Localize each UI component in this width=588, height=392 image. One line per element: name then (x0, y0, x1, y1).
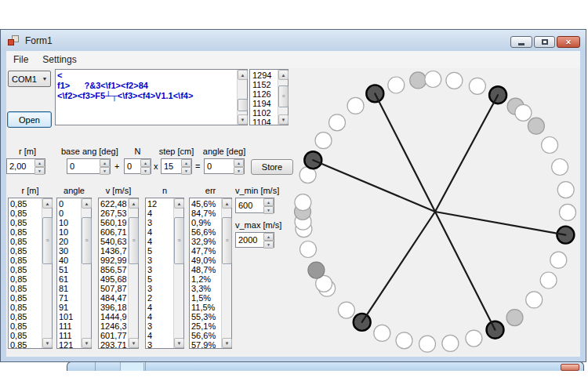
up-arrow-icon[interactable]: ▲ (263, 198, 274, 206)
scroll-down-icon[interactable]: ▼ (174, 338, 184, 348)
list-item[interactable]: 25,1% (191, 321, 221, 331)
down-arrow-icon[interactable]: ▼ (181, 167, 191, 175)
list-item[interactable]: 3,3% (191, 284, 221, 293)
list-item[interactable]: 32,9% (191, 237, 221, 246)
scroll-up-icon[interactable]: ▲ (42, 198, 53, 209)
list-item[interactable]: 56,6% (191, 331, 221, 340)
list-item[interactable]: 601,77 (100, 331, 128, 340)
listbox-angle-scrollbar[interactable]: ▲ ≡ ▼ (81, 198, 91, 348)
list-item[interactable]: 4 (147, 331, 173, 340)
scroll-down-icon[interactable]: ▼ (238, 114, 248, 125)
list-item[interactable]: 1152 (252, 80, 278, 89)
list-item[interactable]: 121 (59, 340, 81, 348)
list-item[interactable]: 0 (59, 199, 81, 209)
list-item[interactable]: 47,7% (191, 246, 221, 256)
scroll-up-icon[interactable]: ▲ (238, 70, 248, 80)
list-item[interactable]: 1126 (252, 89, 278, 99)
menu-settings[interactable]: Settings (35, 54, 83, 65)
r-value[interactable]: 2,00 (7, 159, 34, 173)
list-item[interactable]: 91 (59, 303, 81, 312)
base-ang-value[interactable]: 0 (67, 159, 100, 173)
list-item[interactable]: 1194 (252, 99, 278, 108)
list-item[interactable]: 51 (59, 265, 81, 274)
list-item[interactable]: 1104 (252, 118, 278, 125)
down-arrow-icon[interactable]: ▼ (234, 167, 244, 175)
list-item[interactable]: 0 (59, 209, 81, 218)
list-item[interactable]: 111 (59, 321, 81, 331)
up-arrow-icon[interactable]: ▲ (263, 233, 274, 241)
list-item[interactable]: 5 (147, 246, 173, 256)
list-item[interactable]: 0,85 (10, 303, 42, 312)
titlebar[interactable]: Form1 ✕ (1, 30, 586, 51)
list-item[interactable]: 267,53 (100, 209, 128, 218)
open-button[interactable]: Open (7, 111, 52, 128)
list-item[interactable]: 4 (147, 237, 173, 246)
list-item[interactable]: 1,2% (191, 274, 221, 284)
list-item[interactable]: 5 (147, 274, 173, 284)
r-stepper[interactable]: 2,00 ▲▼ (6, 158, 45, 174)
counts-listbox[interactable]: 129411521126119411021104 ▲ ≡ ▼ (249, 69, 289, 125)
scroll-thumb[interactable]: ≡ (42, 217, 53, 264)
scroll-thumb[interactable] (238, 99, 248, 111)
list-item[interactable]: 622,48 (100, 199, 128, 209)
up-arrow-icon[interactable]: ▲ (34, 159, 45, 167)
listbox-r-scrollbar[interactable]: ▲ ≡ ▼ (42, 198, 52, 348)
step-stepper[interactable]: 15 ▲▼ (161, 158, 192, 174)
listbox-r[interactable]: 0,850,850,850,850,850,850,850,850,850,85… (8, 198, 53, 349)
up-arrow-icon[interactable]: ▲ (234, 159, 244, 167)
down-arrow-icon[interactable]: ▼ (100, 167, 110, 175)
scroll-thumb[interactable]: ≡ (222, 217, 232, 264)
scroll-down-icon[interactable]: ▼ (42, 338, 53, 348)
up-arrow-icon[interactable]: ▲ (100, 159, 110, 167)
list-item[interactable]: 1246,3 (100, 321, 128, 331)
counts-scrollbar[interactable]: ▲ ≡ ▼ (278, 70, 288, 125)
scroll-down-icon[interactable]: ▼ (222, 338, 232, 348)
list-item[interactable]: 10 (59, 227, 81, 237)
scroll-up-icon[interactable]: ▲ (278, 70, 289, 80)
down-arrow-icon[interactable]: ▼ (140, 167, 151, 175)
list-item[interactable]: 0,85 (10, 340, 42, 348)
list-item[interactable]: 0,85 (10, 218, 42, 227)
listbox-err-scrollbar[interactable]: ▲ ≡ ▼ (221, 198, 231, 348)
list-item[interactable]: 495,68 (100, 274, 128, 284)
listbox-v-scrollbar[interactable]: ▲ ≡ ▼ (128, 198, 138, 348)
scroll-thumb[interactable]: ≡ (174, 217, 184, 264)
n-stepper[interactable]: 0 ▲▼ (124, 158, 151, 174)
base-ang-stepper[interactable]: 0 ▲▼ (67, 158, 111, 174)
up-arrow-icon[interactable]: ▲ (181, 159, 191, 167)
list-item[interactable]: 396,18 (100, 303, 128, 312)
list-item[interactable]: 48,7% (191, 265, 221, 274)
list-item[interactable]: 4 (147, 227, 173, 237)
scroll-down-icon[interactable]: ▼ (278, 114, 289, 125)
list-item[interactable]: 0,85 (10, 209, 42, 218)
store-button[interactable]: Store (251, 159, 293, 175)
list-item[interactable]: 0,85 (10, 274, 42, 284)
angle-value[interactable]: 0 (205, 159, 234, 173)
minimize-button[interactable] (510, 36, 532, 48)
list-item[interactable]: 856,57 (100, 265, 128, 274)
list-item[interactable]: 30 (59, 246, 81, 256)
scroll-down-icon[interactable]: ▼ (129, 338, 139, 348)
list-item[interactable]: 0,85 (10, 284, 42, 293)
list-item[interactable]: 45,6% (191, 199, 221, 209)
list-item[interactable]: 1102 (252, 108, 278, 118)
list-item[interactable]: 1436,7 (100, 246, 128, 256)
list-item[interactable]: 10 (59, 218, 81, 227)
list-item[interactable]: 71 (59, 293, 81, 303)
list-item[interactable]: 606,71 (100, 227, 128, 237)
scroll-up-icon[interactable]: ▲ (82, 198, 92, 209)
list-item[interactable]: 3 (147, 265, 173, 274)
list-item[interactable]: 0,85 (10, 227, 42, 237)
list-item[interactable]: 1,5% (191, 293, 221, 303)
list-item[interactable]: 84,7% (191, 209, 221, 218)
list-item[interactable]: 507,87 (100, 284, 128, 293)
listbox-n[interactable]: 12434453353244343 ▲ ≡ ▼ (145, 198, 184, 349)
list-item[interactable]: 0,85 (10, 199, 42, 209)
list-item[interactable]: 0,85 (10, 265, 42, 274)
step-value[interactable]: 15 (162, 159, 181, 173)
list-item[interactable]: 0,85 (10, 293, 42, 303)
list-item[interactable]: 81 (59, 284, 81, 293)
list-item[interactable]: 20 (59, 237, 81, 246)
list-item[interactable]: 0,85 (10, 237, 42, 246)
list-item[interactable]: 3 (147, 321, 173, 331)
